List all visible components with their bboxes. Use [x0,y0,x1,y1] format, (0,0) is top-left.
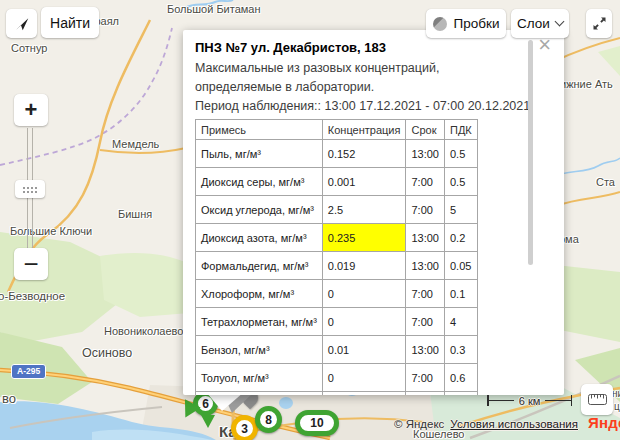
marker-count-label: 8 [265,413,272,427]
map-label: Мемдель [112,138,159,150]
terms-of-use-link[interactable]: Условия использования [450,418,578,430]
cell-time: 7:00 [406,308,445,336]
balloon-subtitle-2: определяемые в лаборатории. [195,78,564,97]
cell-concentration [322,392,406,396]
traffic-button-label: Пробки [454,16,500,31]
table-row: Бензол, мг/м³0.0113:000.3 [196,336,478,364]
ruler-button[interactable] [581,384,613,415]
cell-pollutant: Толуол, мг/м³ [196,364,323,392]
cell-time: 13:00 [406,224,445,252]
table-row: Диоксид азота, мг/м³0.23513:000.2 [196,224,478,252]
layers-button[interactable]: Слои [511,9,569,38]
cell-concentration: 0 [322,308,406,336]
zoom-out-label: − [23,249,38,280]
map-label: о-Безводное [0,290,65,302]
table-row: Диоксид серы, мг/м³0.0017:000.5 [196,168,478,196]
map-label: Новониколаево [104,325,183,337]
scale-line [545,400,570,402]
cell-pollutant: Хлороформ, мг/м³ [196,280,323,308]
marker-count-label: 3 [241,422,248,436]
table-row: Формальдегид, мг/м³0.01913:000.05 [196,252,478,280]
cell-time: 7:00 [406,196,445,224]
layers-button-label: Слои [517,16,550,31]
station-info-balloon: ПНЗ №7 ул. Декабристов, 183 Максимальные… [183,30,564,395]
map-label: Большой Битаман [167,3,261,15]
yandex-map-app: Большой БитамандраялСотнурМемдельБишняБо… [0,0,620,440]
zoom-slider-handle[interactable] [15,180,45,198]
col-header-time: Срок [406,120,445,140]
search-button[interactable]: Найти [41,7,99,38]
yandex-logo[interactable]: Яндекс [588,414,620,431]
balloon-title: ПНЗ №7 ул. Декабристов, 183 [195,40,564,55]
table-row: Толуол, мг/м³07:000.6 [196,364,478,392]
pin-stem-icon [201,415,215,435]
balloon-period: Период наблюдения:: 13:00 17.12.2021 - 0… [195,97,564,116]
map-label: ижние Ать [560,78,613,90]
map-attribution: © Яндекс Условия использования Яндекс [394,414,620,431]
ruler-icon [588,394,607,405]
cell-limit: 0.1 [444,280,477,308]
col-header-limit: ПДК [444,120,477,140]
expand-arrows-icon [592,16,607,31]
map-label: Осиново [82,346,132,360]
table-row: Тетрахлорметан, мг/м³07:004 [196,308,478,336]
cell-limit [444,392,477,396]
cell-concentration: 0.235 [322,224,406,252]
cell-time: 13:00 [406,252,445,280]
map-label: во [2,391,16,406]
zoom-in-label: + [25,97,38,123]
table-row: Хлороформ, мг/м³07:000.1 [196,280,478,308]
map-label: Бишня [118,208,152,220]
traffic-light-icon [433,17,447,31]
cell-pollutant: Оксид углерода, мг/м³ [196,196,323,224]
pollutant-table: Примесь Концентрация Срок ПДК Пыль, мг/м… [195,119,478,395]
cell-limit: 0.3 [444,336,477,364]
cell-limit: 0.6 [444,364,477,392]
zoom-in-button[interactable]: + [14,94,48,126]
cell-limit: 5 [444,196,477,224]
fullscreen-button[interactable] [586,9,612,38]
map-marker-10[interactable]: 10 [295,410,339,436]
cell-limit: 0.05 [444,252,477,280]
map-scale: 6 км [487,394,572,407]
geolocation-button[interactable] [6,9,37,38]
zoom-out-button[interactable]: − [14,248,48,280]
cell-concentration: 0.001 [322,168,406,196]
map-label: Большие Ключи [10,225,92,237]
table-row [196,392,478,396]
col-header-pollutant: Примесь [196,120,323,140]
cell-limit: 4 [444,308,477,336]
map-label: ни [612,388,620,399]
copyright-text: © Яндекс [394,418,444,430]
cell-pollutant: Тетрахлорметан, мг/м³ [196,308,323,336]
map-label: ц [614,401,620,412]
balloon-scrollbar[interactable] [528,40,533,265]
marker-count-label: 10 [310,416,323,430]
cell-pollutant: Диоксид серы, мг/м³ [196,168,323,196]
scale-tick-right [571,395,573,406]
cell-pollutant [196,392,323,396]
cell-concentration: 0 [322,280,406,308]
cell-concentration: 2.5 [322,196,406,224]
cell-time: 7:00 [406,280,445,308]
col-header-concentration: Концентрация [322,120,406,140]
map-marker-3[interactable]: 3 [231,415,258,440]
cell-concentration: 0 [322,364,406,392]
cell-time [406,392,445,396]
cell-concentration: 0.152 [322,140,406,168]
traffic-button[interactable]: Пробки [426,9,506,38]
table-row: Пыль, мг/м³0.15213:000.5 [196,140,478,168]
scale-label: 6 км [514,395,546,407]
geolocation-arrow-icon [13,15,31,33]
cell-concentration: 0.019 [322,252,406,280]
cell-concentration: 0.01 [322,336,406,364]
map-label: Ста [596,176,615,188]
road-badge: А-295 [11,364,46,379]
table-row: Оксид углерода, мг/м³2.57:005 [196,196,478,224]
scale-line [489,400,514,402]
cell-pollutant: Диоксид азота, мг/м³ [196,224,323,252]
cell-limit: 0.5 [444,168,477,196]
chevron-down-icon [554,17,564,27]
map-label: Сотнур [11,42,47,54]
cell-pollutant: Пыль, мг/м³ [196,140,323,168]
